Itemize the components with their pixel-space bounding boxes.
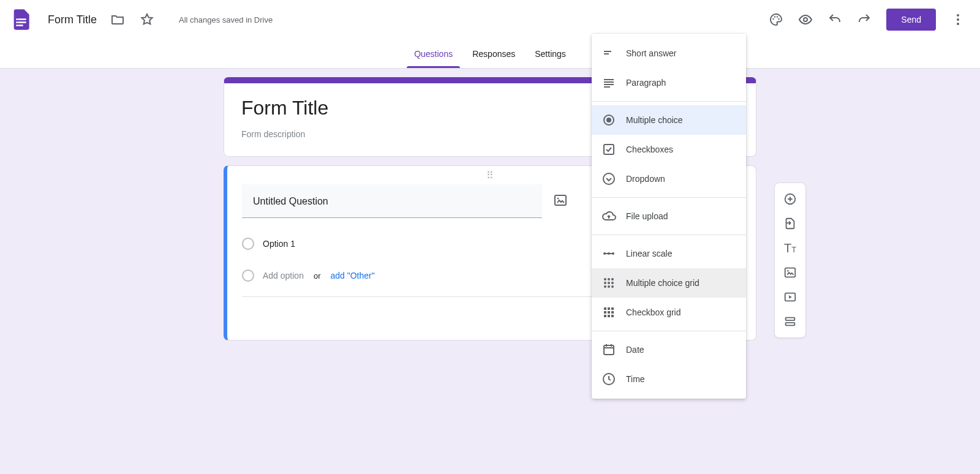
save-status: All changes saved in Drive [179, 15, 273, 24]
svg-rect-17 [604, 145, 614, 154]
type-menu-item-label: Date [626, 345, 644, 355]
add-title-button[interactable]: TT [778, 236, 802, 260]
type-menu-item[interactable]: Linear scale [592, 239, 746, 268]
form-body: Form Title Form description ⠿ Option 1 [0, 69, 980, 474]
svg-point-18 [603, 173, 614, 184]
folder-icon [110, 12, 125, 27]
type-menu-item[interactable]: File upload [592, 201, 746, 231]
star-button[interactable] [135, 7, 159, 32]
svg-point-2 [16, 24, 18, 26]
type-menu-item-label: Dropdown [626, 174, 665, 184]
type-menu-item[interactable]: Checkbox grid [592, 298, 746, 327]
tab-settings[interactable]: Settings [533, 39, 567, 68]
svg-rect-11 [555, 195, 566, 205]
svg-point-0 [16, 18, 18, 20]
type-menu-item-label: Multiple choice [626, 115, 683, 125]
dropdown-icon [601, 171, 616, 186]
add-image-icon [783, 266, 797, 279]
import-questions-button[interactable] [778, 211, 802, 236]
type-menu-item-label: Multiple choice grid [626, 278, 699, 288]
type-menu-item[interactable]: Checkboxes [592, 135, 746, 164]
more-button[interactable] [946, 7, 970, 32]
svg-point-26 [608, 282, 610, 284]
paragraph-icon [601, 75, 616, 90]
redo-icon [857, 12, 872, 27]
grid-radio-icon [601, 276, 616, 290]
move-to-folder-button[interactable] [105, 7, 130, 32]
svg-rect-37 [604, 315, 606, 317]
add-option-button[interactable]: Add option [263, 271, 304, 280]
customize-theme-button[interactable] [764, 7, 788, 32]
tab-responses[interactable]: Responses [471, 39, 516, 68]
add-other-button[interactable]: add "Other" [331, 271, 375, 280]
forms-logo[interactable] [10, 7, 34, 32]
date-icon [601, 342, 616, 357]
grid-check-icon [601, 305, 616, 320]
svg-point-28 [604, 285, 606, 288]
menu-separator [592, 197, 746, 198]
add-image-button[interactable] [778, 260, 802, 285]
side-toolbar: TT [774, 182, 806, 338]
svg-rect-40 [604, 345, 614, 355]
topbar: Form Title All changes saved in Drive Se… [0, 0, 980, 39]
add-section-icon [783, 315, 797, 328]
svg-point-23 [608, 278, 610, 280]
doc-title[interactable]: Form Title [44, 11, 100, 29]
type-menu-item[interactable]: Paragraph [592, 68, 746, 97]
type-menu-item-label: File upload [626, 211, 668, 221]
question-type-menu[interactable]: Short answerParagraphMultiple choiceChec… [592, 34, 746, 399]
type-menu-item[interactable]: Date [592, 335, 746, 364]
type-menu-item[interactable]: Multiple choice grid [592, 268, 746, 298]
menu-separator [592, 101, 746, 102]
short-text-icon [601, 46, 616, 61]
svg-point-22 [604, 278, 606, 280]
add-question-button[interactable] [778, 187, 802, 211]
svg-point-29 [608, 285, 610, 288]
add-video-icon [783, 290, 797, 304]
svg-rect-32 [608, 307, 610, 310]
type-menu-item[interactable]: Time [592, 364, 746, 394]
svg-rect-47 [786, 323, 795, 326]
svg-rect-31 [604, 307, 606, 310]
svg-rect-46 [786, 318, 795, 321]
preview-button[interactable] [793, 7, 818, 32]
type-menu-item-label: Linear scale [626, 249, 673, 258]
svg-point-8 [957, 14, 959, 17]
add-image-to-question-button[interactable] [553, 193, 568, 210]
svg-point-5 [777, 16, 778, 17]
add-section-button[interactable] [778, 309, 802, 334]
menu-separator [592, 331, 746, 331]
menu-separator [592, 235, 746, 235]
add-question-icon [783, 192, 797, 206]
question-title-input[interactable] [252, 195, 532, 208]
send-button[interactable]: Send [886, 9, 936, 31]
svg-rect-34 [604, 311, 606, 314]
type-menu-item-label: Checkboxes [626, 145, 673, 154]
import-questions-icon [783, 217, 797, 230]
svg-rect-36 [611, 311, 614, 314]
type-menu-item[interactable]: Multiple choice [592, 105, 746, 135]
svg-point-9 [957, 18, 959, 21]
svg-point-4 [774, 16, 775, 17]
question-title-input-wrap[interactable] [242, 184, 542, 218]
svg-point-1 [16, 21, 18, 23]
svg-rect-35 [608, 311, 610, 314]
svg-point-10 [957, 23, 959, 25]
undo-button[interactable] [823, 7, 847, 32]
type-menu-item[interactable]: Short answer [592, 39, 746, 68]
add-video-button[interactable] [778, 285, 802, 309]
option-label[interactable]: Option 1 [263, 239, 295, 249]
image-icon [553, 193, 568, 208]
tabs: Questions Responses Settings [0, 39, 980, 69]
radio-icon [601, 113, 616, 127]
type-menu-item-label: Time [626, 374, 645, 384]
svg-rect-33 [611, 307, 614, 310]
or-label: or [314, 271, 321, 280]
linear-scale-icon [601, 246, 616, 261]
type-menu-item[interactable]: Dropdown [592, 164, 746, 194]
svg-rect-38 [608, 315, 610, 317]
svg-point-30 [611, 285, 614, 288]
more-vert-icon [951, 12, 965, 27]
redo-button[interactable] [852, 7, 876, 32]
tab-questions[interactable]: Questions [413, 39, 454, 68]
